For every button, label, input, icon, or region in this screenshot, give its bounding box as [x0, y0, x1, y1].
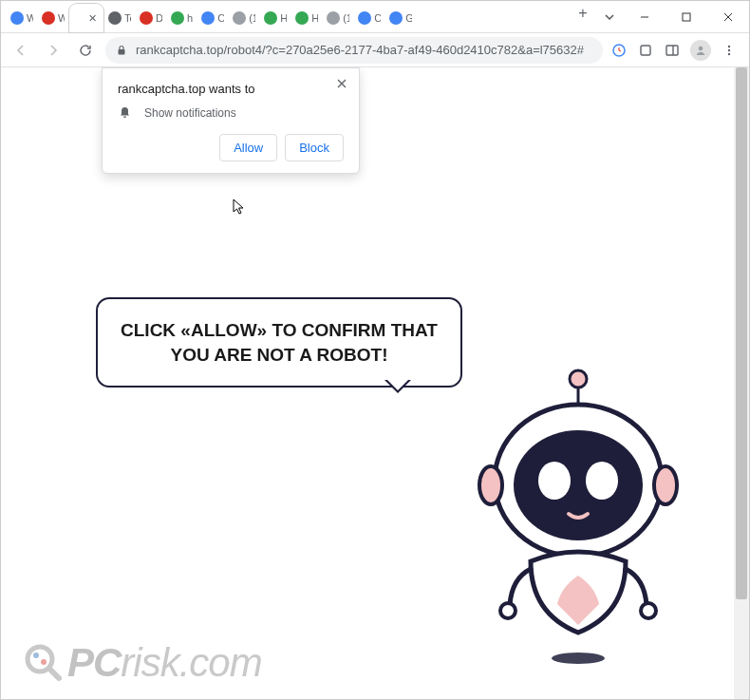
- side-panel-icon[interactable]: [664, 42, 681, 59]
- svg-point-9: [570, 370, 587, 388]
- tab-label: W: [27, 12, 33, 24]
- robot-illustration: [464, 362, 692, 666]
- bell-icon: [118, 105, 133, 121]
- favicon: [327, 11, 340, 25]
- favicon: [42, 11, 55, 25]
- favicon: [140, 11, 153, 25]
- svg-rect-1: [119, 49, 125, 55]
- maximize-button[interactable]: [666, 1, 707, 32]
- magnifier-icon: [22, 641, 66, 685]
- browser-tab[interactable]: H: [291, 4, 322, 32]
- svg-point-12: [479, 466, 502, 504]
- allow-button[interactable]: Allow: [219, 134, 277, 161]
- svg-rect-0: [683, 13, 690, 21]
- svg-point-19: [552, 653, 605, 664]
- tab-strip: WW✕ToDhC(1HH(1CG: [1, 1, 567, 32]
- back-button[interactable]: [9, 38, 33, 63]
- svg-point-21: [33, 653, 39, 658]
- favicon: [171, 11, 184, 25]
- svg-point-8: [728, 52, 730, 54]
- profile-avatar[interactable]: [690, 40, 711, 61]
- favicon: [358, 11, 371, 25]
- browser-tab[interactable]: C: [354, 4, 384, 32]
- svg-point-14: [514, 430, 643, 540]
- svg-point-5: [699, 46, 703, 50]
- browser-tab[interactable]: D: [136, 4, 166, 32]
- url-text: rankcaptcha.top/robot4/?c=270a25e6-2177-…: [136, 43, 593, 57]
- favicon: [233, 11, 246, 25]
- svg-point-6: [728, 45, 730, 47]
- window-controls: [624, 1, 749, 32]
- new-tab-button[interactable]: +: [571, 1, 595, 26]
- browser-tab[interactable]: To: [104, 4, 135, 32]
- tab-label: h: [187, 12, 193, 24]
- browser-tab[interactable]: H: [260, 4, 291, 32]
- address-bar[interactable]: rankcaptcha.top/robot4/?c=270a25e6-2177-…: [105, 37, 603, 64]
- close-icon[interactable]: [336, 78, 349, 91]
- minimize-button[interactable]: [624, 1, 666, 32]
- svg-rect-4: [666, 46, 678, 55]
- speech-bubble: CLICK «ALLOW» TO CONFIRM THAT YOU ARE NO…: [96, 297, 462, 388]
- tab-label: C: [374, 12, 381, 24]
- watermark-text: PCrisk.com: [67, 640, 262, 686]
- permission-text: Show notifications: [144, 106, 236, 120]
- window-titlebar: WW✕ToDhC(1HH(1CG +: [1, 1, 749, 33]
- tab-label: To: [124, 12, 131, 24]
- tab-label: D: [156, 12, 162, 24]
- favicon: [108, 11, 122, 25]
- favicon: [73, 11, 86, 25]
- reload-button[interactable]: [73, 38, 98, 63]
- forward-button[interactable]: [41, 38, 66, 63]
- svg-rect-3: [641, 46, 650, 55]
- tab-label: G: [405, 12, 412, 24]
- browser-tab[interactable]: C: [197, 4, 228, 32]
- browser-tab[interactable]: W: [38, 4, 68, 32]
- page-content: rankcaptcha.top wants to Show notificati…: [1, 67, 749, 699]
- popup-title: rankcaptcha.top wants to: [118, 82, 344, 96]
- toolbar-right-cluster: [610, 40, 741, 61]
- svg-point-18: [641, 603, 656, 618]
- browser-tab[interactable]: h: [167, 4, 197, 32]
- cursor-icon: [233, 199, 246, 216]
- tab-label: C: [217, 12, 224, 24]
- lock-icon: [115, 44, 128, 57]
- favicon: [295, 11, 309, 25]
- block-button[interactable]: Block: [285, 134, 344, 161]
- vertical-scrollbar[interactable]: [734, 67, 749, 699]
- scrollbar-thumb[interactable]: [736, 67, 747, 599]
- extension-icon[interactable]: [637, 42, 654, 59]
- close-tab-icon[interactable]: ✕: [88, 12, 100, 24]
- svg-point-13: [654, 466, 677, 504]
- svg-point-22: [41, 659, 47, 665]
- watermark: PCrisk.com: [22, 640, 262, 686]
- browser-tab[interactable]: (1: [229, 4, 259, 32]
- favicon: [389, 11, 403, 25]
- tab-label: (1: [249, 12, 255, 24]
- menu-icon[interactable]: [721, 42, 738, 59]
- tab-label: H: [311, 12, 318, 24]
- svg-point-17: [500, 603, 516, 618]
- svg-point-7: [728, 48, 730, 50]
- favicon: [264, 11, 277, 25]
- tab-search-button[interactable]: [595, 1, 624, 32]
- tab-label: (1: [343, 12, 349, 24]
- close-window-button[interactable]: [707, 1, 749, 32]
- google-icon[interactable]: [610, 42, 628, 59]
- browser-tab[interactable]: (1: [323, 4, 353, 32]
- browser-tab[interactable]: W: [7, 4, 37, 32]
- favicon: [201, 11, 215, 25]
- svg-point-15: [538, 462, 571, 500]
- tab-label: H: [280, 12, 287, 24]
- browser-tab[interactable]: G: [385, 4, 416, 32]
- tab-label: W: [58, 12, 65, 24]
- svg-point-16: [586, 462, 618, 500]
- notification-permission-popup: rankcaptcha.top wants to Show notificati…: [102, 67, 360, 174]
- favicon: [10, 11, 24, 25]
- browser-tab[interactable]: ✕: [69, 4, 103, 32]
- browser-toolbar: rankcaptcha.top/robot4/?c=270a25e6-2177-…: [1, 33, 749, 67]
